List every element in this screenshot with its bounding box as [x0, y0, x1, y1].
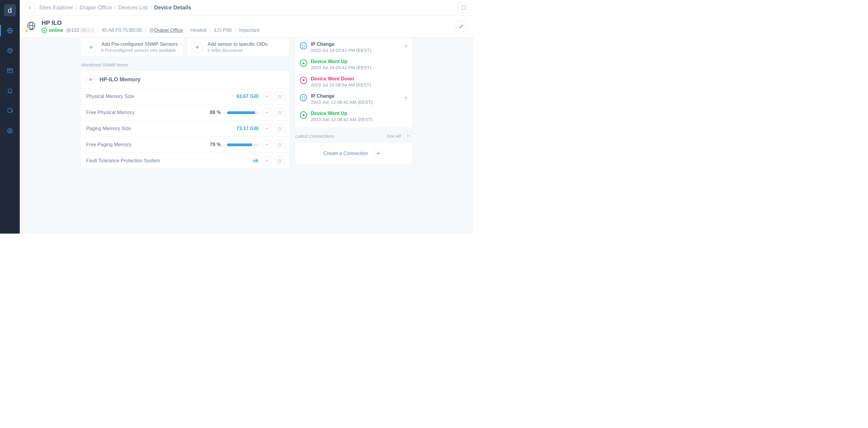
- svg-point-5: [9, 129, 11, 131]
- device-vendor: Hewlett: [190, 28, 206, 33]
- event-timestamp: 2023 Jul 24 03:42 PM (EEST): [311, 47, 371, 53]
- bell-icon[interactable]: [276, 140, 284, 149]
- bell-icon[interactable]: [276, 157, 284, 165]
- topbar: Sites Explorer / Draper Office / Devices…: [20, 0, 473, 16]
- monitored-label: Monitored SNMP Items: [81, 62, 290, 67]
- metric-row: Physical Memory Size63.67 GiB: [81, 89, 289, 104]
- metric-value: 73.17 GiB: [237, 126, 258, 131]
- see-all-link[interactable]: See All: [386, 133, 401, 139]
- help-icon[interactable]: ?: [404, 96, 407, 102]
- snmp-group-card: HP-ILO Memory Physical Memory Size63.67 …: [81, 70, 290, 169]
- metric-label: Free Physical Memory: [86, 110, 207, 115]
- event-ip-icon: [300, 94, 307, 101]
- svg-rect-2: [7, 69, 12, 73]
- plus-icon: +: [192, 42, 203, 53]
- breadcrumb: Sites Explorer / Draper Office / Devices…: [39, 5, 191, 11]
- event-row: IP Change2023 Jun 12 06:42 AM (EEST)?: [300, 93, 407, 105]
- event-title: Device Went Up: [311, 59, 371, 64]
- metric-value: 63.67 GiB: [237, 94, 258, 99]
- device-header: ⚡ HP ILO online @192 16.1.1 | 40:A8:F0:7…: [20, 16, 473, 38]
- event-title: IP Change: [311, 41, 371, 47]
- metric-label: Free Paging Memory: [86, 142, 207, 147]
- edit-button[interactable]: [456, 21, 467, 32]
- metric-pct: 88 %: [210, 110, 221, 115]
- plus-icon: +: [373, 148, 383, 159]
- chart-icon[interactable]: [263, 124, 271, 133]
- nav-user-icon[interactable]: [4, 125, 16, 136]
- device-ip: @192 16.1.1: [66, 28, 94, 33]
- docs-icon[interactable]: [458, 3, 469, 13]
- nav-globe-icon[interactable]: [4, 25, 16, 36]
- metric-row: Fault Tolerance Protection Systemok: [81, 153, 289, 169]
- event-title: IP Change: [311, 93, 372, 99]
- nav-box-icon[interactable]: [4, 45, 16, 57]
- bell-icon[interactable]: [276, 124, 284, 133]
- device-type-icon: ⚡: [25, 20, 38, 33]
- status-up-icon: [41, 28, 47, 33]
- event-up-icon: [300, 111, 307, 119]
- svg-rect-3: [8, 108, 11, 112]
- chart-icon[interactable]: [263, 108, 271, 117]
- chart-icon[interactable]: [263, 157, 271, 165]
- device-site[interactable]: @Draper Office: [149, 28, 183, 33]
- event-title: Device Went Up: [311, 111, 372, 116]
- event-down-icon: [300, 77, 307, 84]
- back-button[interactable]: [25, 3, 35, 13]
- crumb-current: Device Details: [154, 5, 191, 11]
- nav-plugin-icon[interactable]: [4, 105, 16, 117]
- device-title: HP ILO: [41, 20, 259, 26]
- event-timestamp: 2023 Jul 24 03:42 PM (EEST): [311, 65, 371, 70]
- lightning-icon: ⚡: [23, 27, 30, 35]
- group-title: HP-ILO Memory: [99, 76, 141, 83]
- add-oid-card[interactable]: + Add sensor to specific OIDs 6 MIBs dis…: [187, 38, 290, 57]
- progress-bar: [227, 143, 258, 146]
- crumb-devices[interactable]: Devices List: [118, 5, 148, 11]
- event-row: Device Went Down2023 Jul 22 08:54 AM (EE…: [300, 76, 407, 87]
- device-model: iLO-P89: [214, 28, 232, 33]
- metric-label: Fault Tolerance Protection System: [86, 158, 250, 164]
- event-up-icon: [300, 60, 307, 67]
- event-timestamp: 2023 Jul 22 08:54 AM (EEST): [311, 82, 371, 87]
- crumb-office[interactable]: Draper Office: [80, 5, 112, 11]
- left-nav: d: [0, 0, 20, 234]
- metric-row: Free Physical Memory88 %: [81, 104, 289, 121]
- metric-pct: 79 %: [210, 142, 221, 147]
- connections-label: Latest Connections: [295, 133, 383, 139]
- event-timestamp: 2023 Jun 12 06:42 AM (EEST): [311, 99, 372, 105]
- remove-group-button[interactable]: [86, 75, 95, 84]
- chevron-right-icon[interactable]: [404, 132, 412, 140]
- metric-label: Physical Memory Size: [86, 94, 234, 99]
- chart-icon[interactable]: [263, 140, 271, 149]
- device-priority: Important: [239, 28, 259, 33]
- status-badge: online: [41, 28, 63, 33]
- nav-bell-icon[interactable]: [4, 85, 16, 96]
- event-row: Device Went Up2023 Jul 24 03:42 PM (EEST…: [300, 59, 407, 70]
- event-row: Device Went Up2023 Jun 12 06:42 AM (EEST…: [300, 111, 407, 122]
- app-logo[interactable]: d: [4, 4, 16, 17]
- event-title: Device Went Down: [311, 76, 371, 81]
- event-timestamp: 2023 Jun 12 06:42 AM (EEST): [311, 117, 372, 122]
- crumb-sites[interactable]: Sites Explorer: [39, 5, 73, 11]
- bell-icon[interactable]: [276, 92, 284, 101]
- plus-icon: +: [86, 42, 96, 53]
- bell-icon[interactable]: [276, 108, 284, 117]
- help-icon[interactable]: ?: [404, 44, 407, 51]
- metric-row: Free Paging Memory79 %: [81, 136, 289, 153]
- metric-row: Paging Memory Size73.17 GiB: [81, 121, 289, 136]
- add-preconf-card[interactable]: + Add Pre-configured SNMP Sensors 6 Pre-…: [81, 38, 184, 57]
- event-row: IP Change2023 Jul 24 03:42 PM (EEST)?: [300, 41, 407, 53]
- create-connection-card[interactable]: Create a Connection +: [295, 142, 412, 165]
- metric-label: Paging Memory Size: [86, 126, 234, 131]
- progress-bar: [227, 111, 258, 114]
- device-mac: 40:A8:F0:75:B0:00: [101, 28, 142, 33]
- event-ip-icon: [300, 42, 307, 50]
- nav-dashboard-icon[interactable]: [4, 65, 16, 76]
- chart-icon[interactable]: [263, 92, 271, 101]
- events-card: IP Change2023 Jul 24 03:42 PM (EEST)?Dev…: [295, 38, 412, 128]
- metric-value: ok: [253, 158, 258, 164]
